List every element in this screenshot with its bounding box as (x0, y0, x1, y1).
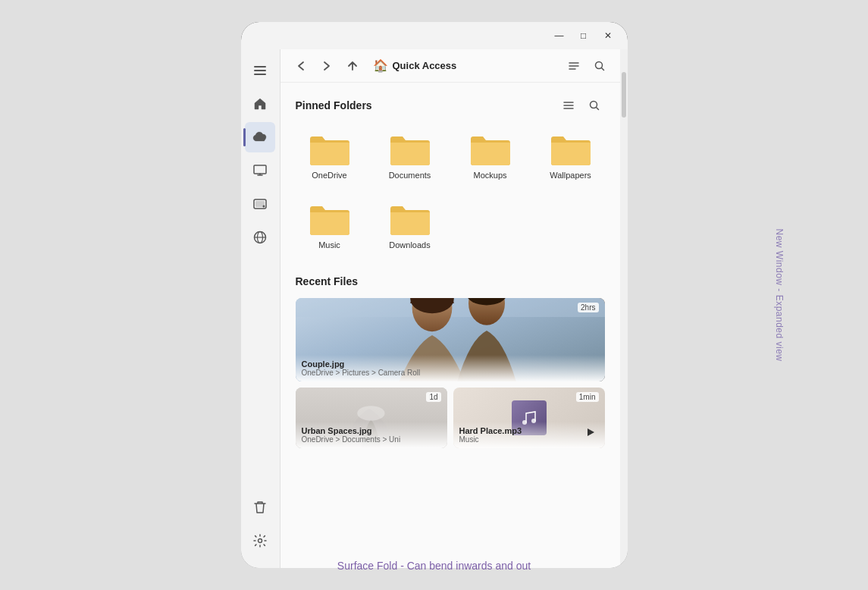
folder-name-music: Music (318, 240, 340, 249)
back-icon (296, 61, 306, 71)
file-name-couple: Couple.jpg (302, 359, 599, 369)
nav-location: 🏠 Quick Access (373, 58, 457, 73)
pinned-folders-grid: OneDrive Documents (296, 127, 605, 254)
svg-point-6 (259, 539, 262, 543)
folder-icon-documents (389, 131, 431, 166)
back-button[interactable] (290, 55, 312, 77)
recent-files-title: Recent Files (296, 275, 358, 287)
recent-files-header: Recent Files (296, 275, 605, 287)
recent-file-music[interactable]: 1min Hard Place.mp3 Music (453, 388, 605, 448)
recent-files-list: 2hrs Couple.jpg OneDrive > Pictures > Ca… (296, 298, 605, 448)
location-icon: 🏠 (373, 58, 388, 73)
folders-search-icon (589, 100, 600, 111)
minimize-button[interactable]: — (549, 25, 570, 46)
sidebar-item-settings[interactable] (245, 526, 275, 556)
main-content: 🏠 Quick Access (280, 49, 620, 568)
sidebar-item-home[interactable] (245, 89, 275, 119)
recent-file-row: 1d Urban Spaces.jpg OneDrive > Documents… (296, 388, 605, 448)
file-time-urban: 1d (426, 392, 440, 402)
hamburger-icon (251, 63, 269, 78)
sidebar-item-trash[interactable] (245, 492, 275, 523)
folders-search-btn[interactable] (584, 95, 605, 116)
folder-name-mockups: Mockups (473, 171, 506, 180)
folder-item-music[interactable]: Music (296, 196, 364, 254)
content-area[interactable]: Pinned Folders (280, 83, 620, 568)
bottom-caption: Surface Fold - Can bend inwards and out (337, 560, 531, 572)
forward-icon (322, 61, 331, 71)
globe-icon (253, 231, 267, 244)
pinned-folders-title: Pinned Folders (296, 99, 372, 111)
computer-icon (253, 165, 267, 177)
play-icon (585, 427, 596, 438)
recent-files-section: Recent Files (296, 275, 605, 448)
file-time-music: 1min (576, 392, 599, 402)
close-button[interactable]: ✕ (597, 25, 619, 46)
folder-name-downloads: Downloads (389, 240, 430, 249)
folder-item-wallpapers[interactable]: Wallpapers (537, 127, 605, 184)
scrollbar[interactable] (620, 49, 628, 568)
folder-icon-wallpapers (550, 131, 592, 166)
list-view-button[interactable] (562, 55, 585, 77)
title-bar: — □ ✕ (241, 22, 628, 49)
file-name-urban: Urban Spaces.jpg (302, 426, 441, 435)
drive-icon (253, 199, 267, 209)
play-button[interactable] (582, 424, 599, 441)
file-path-couple: OneDrive > Pictures > Camera Roll (302, 369, 599, 377)
folder-icon-mockups (469, 131, 512, 166)
trash-icon (254, 501, 266, 514)
folder-name-wallpapers: Wallpapers (550, 171, 591, 180)
pinned-folders-actions (558, 95, 605, 116)
sidebar-item-computer[interactable] (245, 155, 275, 186)
file-overlay-couple: Couple.jpg OneDrive > Pictures > Camera … (296, 355, 605, 381)
file-overlay-urban: Urban Spaces.jpg OneDrive > Documents > … (296, 422, 447, 448)
sidebar-bottom (245, 492, 275, 562)
sidebar-item-cloud[interactable] (245, 122, 275, 152)
sidebar-item-network[interactable] (245, 222, 275, 253)
sidebar-item-menu[interactable] (245, 55, 275, 86)
sidebar-item-drive[interactable] (245, 189, 275, 219)
folder-icon-onedrive (309, 131, 351, 166)
window-controls: — □ ✕ (549, 25, 619, 46)
nav-right-actions (562, 55, 611, 77)
forward-button[interactable] (315, 55, 338, 77)
folder-item-mockups[interactable]: Mockups (456, 127, 525, 184)
home-icon (253, 97, 267, 111)
svg-rect-0 (254, 165, 266, 174)
file-path-music: Music (459, 435, 599, 444)
sidebar-top (245, 55, 275, 492)
folder-item-documents[interactable]: Documents (376, 127, 444, 184)
file-time-couple: 2hrs (578, 303, 598, 312)
up-button[interactable] (341, 55, 364, 77)
file-path-urban: OneDrive > Documents > Uni (302, 435, 441, 444)
device-frame: — □ ✕ (241, 22, 628, 568)
cloud-icon (252, 131, 268, 143)
scrollbar-thumb[interactable] (622, 72, 626, 118)
recent-file-urban[interactable]: 1d Urban Spaces.jpg OneDrive > Documents… (296, 388, 447, 448)
folder-icon-music (309, 201, 351, 236)
search-button[interactable] (588, 55, 611, 77)
folders-list-icon (563, 101, 574, 110)
location-text: Quick Access (393, 60, 457, 71)
side-label: New Window - Expanded view (773, 228, 784, 361)
recent-file-couple[interactable]: 2hrs Couple.jpg OneDrive > Pictures > Ca… (296, 298, 605, 381)
folder-name-documents: Documents (389, 171, 431, 180)
folder-item-onedrive[interactable]: OneDrive (296, 127, 364, 184)
maximize-button[interactable]: □ (573, 25, 594, 46)
folder-name-onedrive: OneDrive (312, 171, 346, 180)
folders-list-view-btn[interactable] (558, 95, 579, 116)
sidebar (241, 49, 280, 568)
window-body: 🏠 Quick Access (241, 49, 628, 568)
svg-point-16 (357, 406, 384, 420)
search-icon (594, 61, 605, 71)
folder-icon-downloads (389, 201, 431, 236)
pinned-folders-header: Pinned Folders (296, 95, 605, 116)
up-icon (347, 61, 358, 71)
nav-bar: 🏠 Quick Access (280, 49, 620, 83)
folder-item-downloads[interactable]: Downloads (376, 196, 444, 254)
file-name-music: Hard Place.mp3 (459, 426, 599, 435)
svg-point-3 (263, 206, 265, 208)
settings-icon (253, 534, 267, 548)
list-view-icon (569, 61, 579, 71)
